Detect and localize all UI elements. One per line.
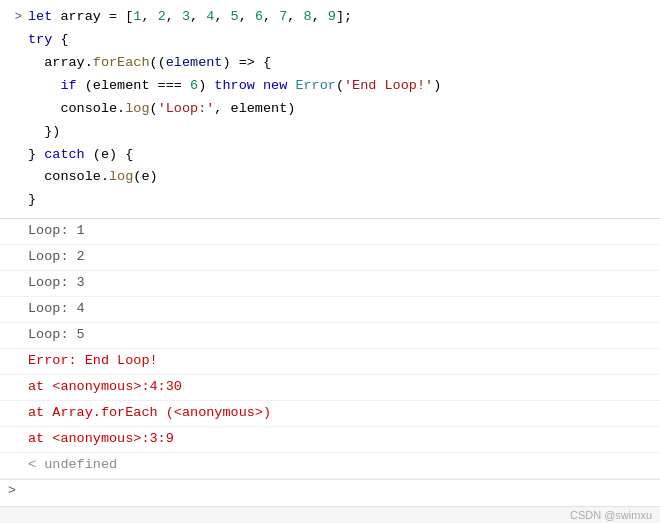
output-text-loop-5: Loop: 5 — [28, 325, 85, 346]
output-error-text-2: at <anonymous>:4:30 — [28, 377, 182, 398]
output-loop-4: Loop: 4 — [0, 297, 660, 323]
output-error-text-4: at <anonymous>:3:9 — [28, 429, 174, 450]
output-text-loop-4: Loop: 4 — [28, 299, 85, 320]
output-undefined-text: < undefined — [28, 455, 117, 476]
output-error-2: at <anonymous>:4:30 — [0, 375, 660, 401]
output-section: Loop: 1 Loop: 2 Loop: 3 Loop: 4 Loop: 5 … — [0, 219, 660, 506]
output-loop-5: Loop: 5 — [0, 323, 660, 349]
code-line-7: } catch (e) { — [0, 144, 660, 167]
code-line-5: console.log('Loop:', element) — [0, 98, 660, 121]
output-error-text-1: Error: End Loop! — [28, 351, 158, 372]
output-error-text-3: at Array.forEach (<anonymous>) — [28, 403, 271, 424]
output-text-loop-2: Loop: 2 — [28, 247, 85, 268]
code-content-9: } — [28, 190, 652, 211]
code-line-3: array.forEach((element) => { — [0, 52, 660, 75]
output-loop-2: Loop: 2 — [0, 245, 660, 271]
code-content-4: if (element === 6) throw new Error('End … — [28, 76, 652, 97]
prompt-arrow-icon: > — [8, 483, 16, 498]
output-error-4: at <anonymous>:3:9 — [0, 427, 660, 453]
code-content-5: console.log('Loop:', element) — [28, 99, 652, 120]
code-content-3: array.forEach((element) => { — [28, 53, 652, 74]
code-line-9: } — [0, 189, 660, 212]
code-line-8: console.log(e) — [0, 166, 660, 189]
prompt-line[interactable]: > — [0, 479, 660, 501]
output-text-loop-1: Loop: 1 — [28, 221, 85, 242]
output-error-3: at Array.forEach (<anonymous>) — [0, 401, 660, 427]
code-content-2: try { — [28, 30, 652, 51]
code-line-6: }) — [0, 121, 660, 144]
output-undefined-line: < undefined — [0, 453, 660, 479]
code-content-1: let array = [1, 2, 3, 4, 5, 6, 7, 8, 9]; — [28, 7, 652, 28]
console-wrapper: > let array = [1, 2, 3, 4, 5, 6, 7, 8, 9… — [0, 0, 660, 523]
output-text-loop-3: Loop: 3 — [28, 273, 85, 294]
output-loop-1: Loop: 1 — [0, 219, 660, 245]
footer: CSDN @swimxu — [0, 506, 660, 523]
output-loop-3: Loop: 3 — [0, 271, 660, 297]
output-error-1: Error: End Loop! — [0, 349, 660, 375]
code-line-2: try { — [0, 29, 660, 52]
code-content-7: } catch (e) { — [28, 145, 652, 166]
code-content-6: }) — [28, 122, 652, 143]
code-section: > let array = [1, 2, 3, 4, 5, 6, 7, 8, 9… — [0, 0, 660, 219]
code-content-8: console.log(e) — [28, 167, 652, 188]
footer-credit: CSDN @swimxu — [570, 509, 652, 521]
code-line-1: > let array = [1, 2, 3, 4, 5, 6, 7, 8, 9… — [0, 6, 660, 29]
code-line-4: if (element === 6) throw new Error('End … — [0, 75, 660, 98]
line-arrow-1: > — [0, 8, 22, 27]
